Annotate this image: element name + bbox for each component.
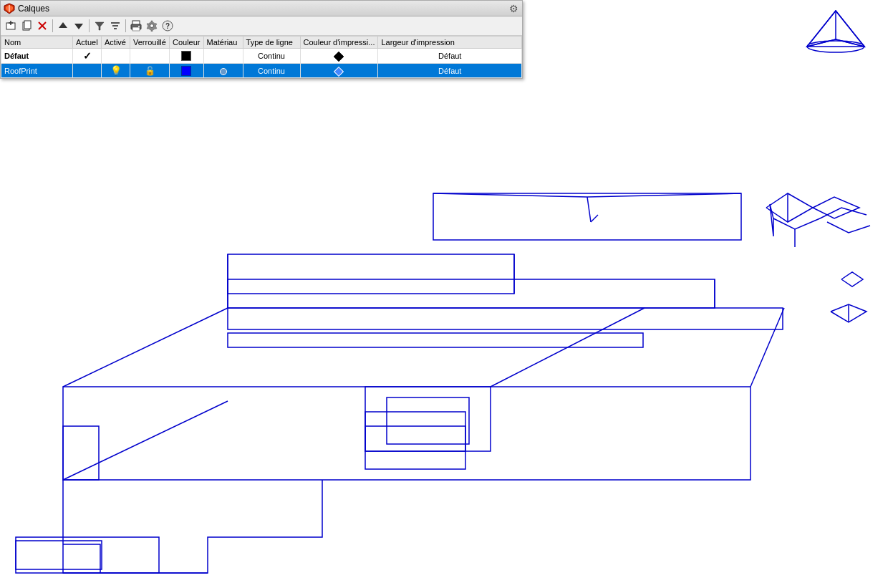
table-row[interactable]: RoofPrint 💡 🔓 Continu	[1, 64, 522, 78]
filter-button[interactable]	[92, 19, 107, 33]
svg-rect-40	[24, 21, 31, 29]
filter2-button[interactable]	[108, 19, 122, 33]
lock-open-icon: 🔓	[145, 66, 155, 76]
svg-rect-19	[387, 397, 469, 444]
cad-drawing	[0, 0, 893, 588]
checkmark-icon: ✓	[83, 50, 92, 62]
layers-app-icon	[4, 3, 15, 14]
print-color-diamond-icon	[334, 52, 344, 62]
panel-title-left: Calques	[4, 3, 49, 14]
svg-rect-18	[365, 387, 491, 451]
layer-print-width[interactable]: Défaut	[378, 64, 522, 78]
layer-visible[interactable]	[102, 49, 130, 64]
copy-layer-button[interactable]	[19, 19, 34, 33]
col-header-materiau[interactable]: Matériau	[203, 37, 243, 49]
layer-material[interactable]	[203, 49, 243, 64]
layer-locked[interactable]: 🔓	[130, 64, 170, 78]
svg-line-21	[63, 401, 228, 480]
toolbar-sep-1	[52, 19, 53, 32]
layer-locked[interactable]	[130, 49, 170, 64]
svg-rect-12	[365, 412, 465, 451]
print-button[interactable]	[129, 19, 143, 33]
svg-line-5	[587, 197, 591, 222]
svg-rect-14	[16, 541, 102, 569]
svg-rect-13	[365, 426, 465, 469]
col-header-largeurprint[interactable]: Largeur d'impression	[378, 37, 522, 49]
layers-table: Nom Actuel Activé Verrouillé Couleur Mat…	[1, 36, 522, 78]
delete-layer-button[interactable]	[35, 19, 49, 33]
col-header-active[interactable]: Activé	[102, 37, 130, 49]
svg-rect-50	[132, 27, 140, 31]
layers-table-body: Défaut ✓ Continu Défaut RoofPrint	[1, 49, 522, 78]
table-row[interactable]: Défaut ✓ Continu Défaut	[1, 49, 522, 64]
panel-title-text: Calques	[18, 4, 49, 14]
layer-name[interactable]: RoofPrint	[1, 64, 73, 78]
toolbar-sep-3	[125, 19, 126, 32]
col-header-actuel[interactable]: Actuel	[73, 37, 102, 49]
svg-marker-44	[74, 24, 83, 29]
svg-marker-43	[59, 22, 67, 28]
new-layer-button[interactable]	[4, 19, 18, 33]
svg-line-6	[591, 215, 598, 222]
material-dot	[220, 68, 227, 75]
layer-current[interactable]: ✓	[73, 49, 102, 64]
layer-print-color[interactable]	[300, 64, 378, 78]
layer-visible[interactable]: 💡	[102, 64, 130, 78]
layer-linetype[interactable]: Continu	[243, 64, 300, 78]
svg-line-20	[63, 308, 228, 387]
svg-rect-16	[228, 308, 783, 329]
color-swatch-blue	[181, 66, 191, 76]
move-down-button[interactable]	[72, 19, 86, 33]
layer-print-width[interactable]: Défaut	[378, 49, 522, 64]
color-swatch-black	[181, 51, 191, 61]
table-header-row: Nom Actuel Activé Verrouillé Couleur Mat…	[1, 37, 522, 49]
col-header-type[interactable]: Type de ligne	[243, 37, 300, 49]
layer-current[interactable]	[73, 64, 102, 78]
layer-color[interactable]	[170, 49, 204, 64]
move-up-button[interactable]	[56, 19, 70, 33]
svg-rect-47	[114, 28, 117, 29]
layer-print-color[interactable]	[300, 49, 378, 64]
svg-line-22	[750, 308, 784, 387]
svg-rect-10	[63, 387, 750, 480]
layer-material[interactable]	[203, 64, 243, 78]
layer-color[interactable]	[170, 64, 204, 78]
settings-button[interactable]	[145, 19, 159, 33]
col-header-couleur[interactable]: Couleur	[170, 37, 204, 49]
svg-rect-45	[111, 22, 120, 24]
bulb-icon: 💡	[110, 65, 122, 76]
svg-rect-1	[228, 254, 514, 294]
svg-text:?: ?	[165, 22, 170, 30]
layers-toolbar: ?	[1, 16, 522, 36]
layer-linetype[interactable]: Continu	[243, 49, 300, 64]
col-header-verrou[interactable]: Verrouillé	[130, 37, 170, 49]
layers-panel: Calques ⚙	[0, 0, 523, 79]
col-header-nom[interactable]: Nom	[1, 37, 73, 49]
svg-rect-46	[112, 25, 118, 26]
svg-point-52	[150, 24, 154, 28]
help-button[interactable]: ?	[160, 19, 175, 33]
gear-button[interactable]: ⚙	[508, 3, 519, 14]
svg-rect-15	[16, 537, 159, 573]
panel-titlebar: Calques ⚙	[1, 1, 522, 16]
pyramid-thumbnail	[793, 4, 879, 61]
print-color-diamond-blue-icon	[334, 66, 344, 76]
layer-name[interactable]: Défaut	[1, 49, 73, 64]
svg-point-51	[138, 26, 140, 27]
toolbar-sep-2	[89, 19, 90, 32]
drawing-area	[0, 0, 893, 588]
col-header-couleurprint[interactable]: Couleur d'impressi...	[300, 37, 378, 49]
